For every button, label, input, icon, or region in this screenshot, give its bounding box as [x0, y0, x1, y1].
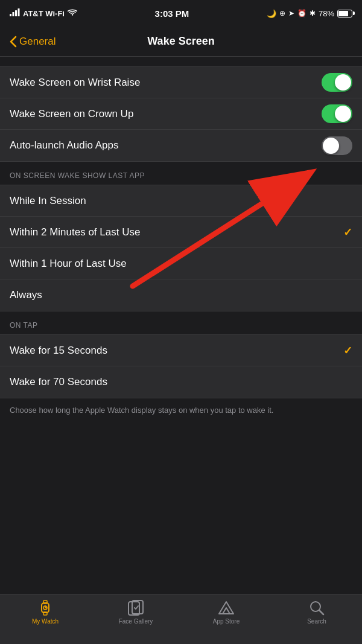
- wake-crown-label: Wake Screen on Crown Up: [10, 108, 133, 120]
- moon-icon: 🌙: [267, 9, 276, 18]
- wifi-icon: [68, 9, 77, 18]
- toggle-settings-group: Wake Screen on Wrist Raise Wake Screen o…: [0, 66, 362, 162]
- status-right-icons: 🌙 ⊕ ➤ ⏰ ✱ 78%: [267, 9, 352, 18]
- face-gallery-icon: [127, 599, 144, 616]
- svg-rect-12: [129, 602, 139, 615]
- search-label: Search: [307, 618, 326, 625]
- app-store-icon: [218, 599, 235, 616]
- status-bar: AT&T Wi-Fi 3:03 PM 🌙 ⊕ ➤ ⏰ ✱ 78%: [0, 0, 362, 27]
- tab-my-watch[interactable]: My Watch: [0, 599, 91, 625]
- app-store-label: App Store: [213, 618, 240, 625]
- nav-bar: General Wake Screen: [0, 27, 362, 57]
- while-in-session-label: While In Session: [10, 195, 86, 207]
- battery-percent: 78%: [319, 9, 334, 18]
- on-tap-header: ON TAP: [0, 311, 362, 334]
- always-row[interactable]: Always: [0, 279, 362, 311]
- wake-15-sec-label: Wake for 15 Seconds: [10, 345, 107, 357]
- wake-15-sec-row[interactable]: Wake for 15 Seconds ✓: [0, 335, 362, 366]
- wake-crown-toggle[interactable]: [322, 104, 352, 123]
- auto-launch-label: Auto-launch Audio Apps: [10, 139, 119, 151]
- page-title: Wake Screen: [147, 35, 214, 48]
- within-2-min-row[interactable]: Within 2 Minutes of Last Use ✓: [0, 217, 362, 248]
- svg-line-15: [319, 610, 323, 614]
- auto-launch-toggle[interactable]: [322, 136, 352, 155]
- wake-wrist-row[interactable]: Wake Screen on Wrist Raise: [0, 67, 362, 98]
- svg-rect-3: [18, 8, 20, 16]
- wake-15-sec-checkmark: ✓: [343, 344, 352, 357]
- bluetooth-icon: ✱: [310, 9, 316, 18]
- back-button[interactable]: General: [10, 36, 56, 48]
- wake-70-sec-row[interactable]: Wake for 70 Seconds: [0, 366, 362, 398]
- tab-search[interactable]: Search: [272, 599, 362, 625]
- always-label: Always: [10, 289, 42, 301]
- svg-rect-2: [15, 10, 17, 16]
- wake-crown-row[interactable]: Wake Screen on Crown Up: [0, 98, 362, 130]
- within-2-min-checkmark: ✓: [343, 226, 352, 239]
- wake-70-sec-label: Wake for 70 Seconds: [10, 376, 107, 388]
- carrier-label: AT&T Wi-Fi: [23, 9, 65, 18]
- carrier-wifi: AT&T Wi-Fi: [10, 8, 77, 18]
- signal-icon: [10, 8, 20, 18]
- tab-face-gallery[interactable]: Face Gallery: [91, 599, 181, 625]
- tab-bar: My Watch Face Gallery App Store: [0, 594, 362, 644]
- battery-icon: [337, 10, 352, 18]
- back-label: General: [19, 36, 56, 48]
- on-tap-group: Wake for 15 Seconds ✓ Wake for 70 Second…: [0, 334, 362, 398]
- within-1-hour-label: Within 1 Hour of Last Use: [10, 258, 127, 270]
- status-time: 3:03 PM: [155, 8, 189, 19]
- svg-rect-7: [43, 601, 47, 604]
- search-icon: [308, 599, 325, 616]
- show-last-app-section: ON SCREEN WAKE SHOW LAST APP While In Se…: [0, 162, 362, 311]
- tab-app-store[interactable]: App Store: [181, 599, 272, 625]
- face-gallery-label: Face Gallery: [119, 618, 153, 625]
- alarm-icon: ⏰: [297, 9, 306, 18]
- compass-icon: ⊕: [279, 9, 285, 18]
- within-1-hour-row[interactable]: Within 1 Hour of Last Use: [0, 248, 362, 279]
- on-tap-section: ON TAP Wake for 15 Seconds ✓ Wake for 70…: [0, 311, 362, 426]
- auto-launch-row[interactable]: Auto-launch Audio Apps: [0, 130, 362, 161]
- wake-wrist-label: Wake Screen on Wrist Raise: [10, 77, 140, 89]
- wake-wrist-toggle[interactable]: [322, 73, 352, 92]
- my-watch-label: My Watch: [32, 618, 59, 625]
- location-icon: ➤: [288, 9, 294, 18]
- while-in-session-row[interactable]: While In Session: [0, 185, 362, 217]
- show-last-app-header: ON SCREEN WAKE SHOW LAST APP: [0, 162, 362, 185]
- show-last-app-group: While In Session Within 2 Minutes of Las…: [0, 185, 362, 311]
- settings-content: Wake Screen on Wrist Raise Wake Screen o…: [0, 57, 362, 594]
- within-2-min-label: Within 2 Minutes of Last Use: [10, 226, 140, 238]
- on-tap-footer: Choose how long the Apple Watch display …: [0, 398, 362, 426]
- svg-rect-1: [13, 12, 14, 16]
- svg-rect-0: [10, 14, 11, 16]
- my-watch-icon: [37, 599, 54, 616]
- svg-rect-8: [43, 612, 47, 615]
